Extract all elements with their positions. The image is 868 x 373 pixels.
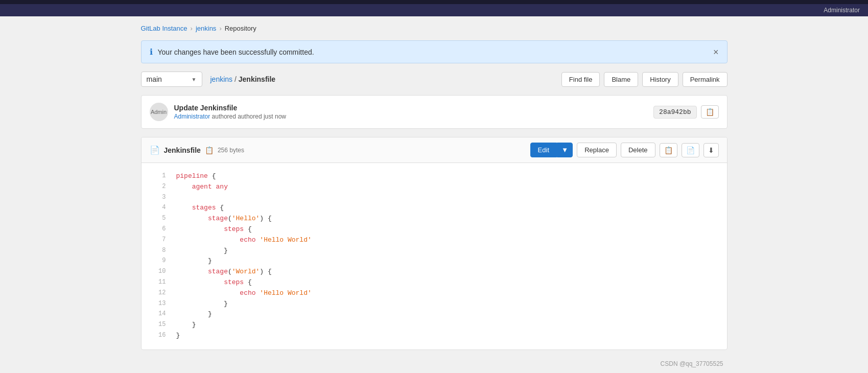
code-line: 5 stage('Hello') { [142, 214, 727, 224]
watermark: CSDN @qq_37705525 [141, 360, 728, 367]
raw-file-button[interactable]: 📄 [682, 143, 699, 157]
line-code: echo 'Hello World' [176, 288, 312, 299]
code-line: 9 } [142, 256, 727, 267]
alert-message: Your changes have been successfully comm… [158, 48, 314, 56]
code-line: 3 [142, 193, 727, 203]
alert-close-button[interactable]: × [713, 48, 719, 57]
file-viewer-header: 📄 Jenkinsfile 📋 256 bytes Edit ▼ Replace… [142, 137, 727, 163]
line-number: 14 [150, 309, 166, 319]
action-buttons: Find file Blame History Permalink [561, 72, 728, 87]
breadcrumb-instance[interactable]: GitLab Instance [141, 25, 187, 32]
line-code: } [176, 256, 212, 267]
code-line: 8 } [142, 246, 727, 257]
code-line: 7 echo 'Hello World' [142, 235, 727, 246]
commit-left: Admin Update Jenkinsfile Administrator a… [150, 103, 286, 121]
edit-button[interactable]: Edit [530, 143, 557, 157]
code-line: 10 stage('World') { [142, 267, 727, 277]
code-line: 6 steps { [142, 224, 727, 235]
alert-banner: ℹ Your changes have been successfully co… [141, 40, 728, 63]
line-code: stage('World') { [176, 267, 272, 277]
commit-meta: Administrator authored authored just now [174, 113, 286, 120]
code-line: 12 echo 'Hello World' [142, 288, 727, 299]
line-number: 10 [150, 267, 166, 276]
breadcrumb-current: Repository [225, 25, 256, 32]
line-number: 5 [150, 214, 166, 223]
breadcrumb: GitLab Instance › jenkins › Repository [141, 25, 728, 32]
find-file-button[interactable]: Find file [561, 72, 600, 87]
line-number: 1 [150, 171, 166, 181]
commit-author[interactable]: Administrator [174, 113, 210, 120]
line-code [176, 193, 180, 203]
blame-button[interactable]: Blame [604, 72, 638, 87]
file-path-filename: Jenkinsfile [239, 75, 275, 83]
line-number: 15 [150, 320, 166, 330]
edit-button-group: Edit ▼ [530, 143, 573, 157]
branch-name: main [147, 75, 162, 83]
line-number: 12 [150, 288, 166, 298]
code-line: 4 stages { [142, 203, 727, 214]
commit-right: 28a942bb 📋 [653, 105, 718, 119]
commit-details: Update Jenkinsfile Administrator authore… [174, 104, 286, 120]
breadcrumb-sep-2: › [219, 25, 221, 32]
line-code: } [176, 309, 212, 320]
code-line: 1pipeline { [142, 171, 727, 182]
line-number: 9 [150, 256, 166, 266]
line-code: steps { [176, 224, 252, 235]
file-actions: Edit ▼ Replace Delete 📋 📄 ⬇ [530, 143, 719, 157]
line-code: } [176, 320, 196, 331]
branch-dropdown[interactable]: main ▼ [141, 72, 202, 87]
code-line: 11 steps { [142, 277, 727, 288]
line-code: stage('Hello') { [176, 214, 272, 224]
line-code: pipeline { [176, 171, 216, 182]
file-path-text: jenkins / Jenkinsfile [210, 75, 276, 83]
branch-selector: main ▼ jenkins / Jenkinsfile [141, 72, 276, 87]
commit-authored: authored [212, 113, 238, 120]
copy-file-button[interactable]: 📋 [660, 143, 677, 157]
edit-dropdown-button[interactable]: ▼ [557, 143, 573, 157]
code-line: 15 } [142, 320, 727, 331]
commit-hash: 28a942bb [653, 106, 696, 119]
page-content: GitLab Instance › jenkins › Repository ℹ… [133, 16, 736, 373]
file-path-bar: main ▼ jenkins / Jenkinsfile Find file B… [141, 72, 728, 87]
file-icon: 📄 [150, 145, 160, 155]
breadcrumb-project[interactable]: jenkins [196, 25, 216, 32]
line-code: } [176, 299, 228, 310]
commit-info: Admin Update Jenkinsfile Administrator a… [141, 95, 728, 129]
code-line: 16} [142, 331, 727, 341]
permalink-button[interactable]: Permalink [683, 72, 728, 87]
line-number: 16 [150, 331, 166, 340]
history-button[interactable]: History [642, 72, 678, 87]
commit-time: authored just now [238, 113, 286, 120]
file-size-icon: 📋 [205, 146, 214, 154]
code-line: 13 } [142, 299, 727, 310]
line-number: 4 [150, 203, 166, 213]
line-number: 8 [150, 246, 166, 255]
admin-label: Administrator [824, 7, 860, 14]
line-code: agent any [176, 182, 228, 193]
breadcrumb-sep-1: › [191, 25, 193, 32]
line-code: } [176, 331, 180, 341]
top-navigation-bar [0, 0, 868, 4]
line-code: echo 'Hello World' [176, 235, 312, 246]
file-viewer: 📄 Jenkinsfile 📋 256 bytes Edit ▼ Replace… [141, 137, 728, 350]
delete-button[interactable]: Delete [621, 143, 655, 157]
avatar: Admin [150, 103, 168, 121]
code-content: 1pipeline {2 agent any3 4 stages {5 stag… [142, 163, 727, 349]
admin-bar: Administrator [0, 4, 868, 16]
copy-hash-button[interactable]: 📋 [701, 105, 719, 119]
alert-content: ℹ Your changes have been successfully co… [150, 47, 314, 57]
download-file-button[interactable]: ⬇ [703, 143, 719, 157]
line-code: } [176, 246, 228, 257]
line-code: steps { [176, 277, 252, 288]
line-number: 6 [150, 224, 166, 234]
line-code: stages { [176, 203, 224, 214]
line-number: 13 [150, 299, 166, 309]
replace-button[interactable]: Replace [577, 143, 617, 157]
line-number: 2 [150, 182, 166, 192]
line-number: 3 [150, 193, 166, 202]
code-line: 14 } [142, 309, 727, 320]
filename: Jenkinsfile [164, 146, 201, 154]
file-path-folder[interactable]: jenkins [210, 75, 233, 83]
path-separator: / [234, 75, 239, 83]
line-number: 7 [150, 235, 166, 245]
